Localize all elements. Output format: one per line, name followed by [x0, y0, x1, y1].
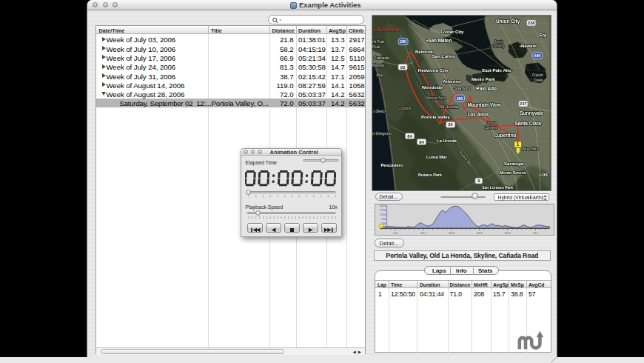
- svg-text:59.0: 59.0: [504, 230, 511, 234]
- svg-text:Loma Mar: Loma Mar: [426, 155, 447, 159]
- svg-text:45.9: 45.9: [477, 230, 483, 234]
- svg-text:Creek: Creek: [533, 79, 543, 82]
- svg-text:680: 680: [534, 53, 540, 58]
- svg-text:Fre: Fre: [539, 33, 546, 38]
- svg-text:6.6: 6.6: [393, 230, 398, 234]
- svg-text:237: 237: [519, 101, 527, 106]
- svg-text:Atherton: Atherton: [443, 79, 461, 84]
- svg-text:Butano Park: Butano Park: [417, 173, 442, 177]
- svg-text:Jarvis: Jarvis: [494, 40, 503, 44]
- svg-text:280: 280: [456, 96, 463, 101]
- svg-text:Saratoga: Saratoga: [504, 161, 524, 166]
- svg-text:Peak: Peak: [372, 45, 380, 49]
- svg-text:Blue Hills: Blue Hills: [522, 147, 538, 151]
- svg-text:La Honda: La Honda: [436, 139, 457, 143]
- svg-text:1750: 1750: [379, 209, 385, 212]
- svg-text:Loyola: Loyola: [486, 121, 497, 125]
- svg-text:Sk Londa: Sk Londa: [440, 104, 458, 109]
- svg-text:Foster City: Foster City: [440, 30, 464, 34]
- svg-text:Stanford: Stanford: [454, 86, 470, 90]
- svg-text:Santa Clara: Santa Clara: [514, 121, 541, 126]
- svg-text:Sunnyvale: Sunnyvale: [520, 110, 544, 116]
- svg-text:Belmont: Belmont: [415, 50, 433, 54]
- svg-text:•San Mateo: •San Mateo: [426, 38, 452, 43]
- svg-text:Los: Los: [539, 172, 548, 177]
- svg-text:Cupertino: Cupertino: [494, 133, 516, 139]
- svg-text:Mountain View: Mountain View: [467, 102, 501, 107]
- svg-text:Union City: Union City: [496, 19, 520, 24]
- svg-text:1250: 1250: [379, 213, 385, 216]
- svg-text:Miramar: Miramar: [372, 64, 385, 67]
- svg-text:19.7: 19.7: [420, 230, 427, 234]
- svg-text:Coyote: Coyote: [531, 73, 543, 77]
- svg-text:Granada: Granada: [373, 56, 389, 60]
- svg-text:Morena Sem: Morena Sem: [425, 96, 445, 100]
- svg-text:rth Peak: rth Peak: [372, 40, 385, 44]
- svg-text:San Lorenzo Park: San Lorenzo Park: [482, 186, 513, 190]
- svg-text:35: 35: [448, 122, 453, 127]
- svg-text:32.8: 32.8: [449, 230, 455, 234]
- svg-text:Redwood City: Redwood City: [417, 67, 448, 73]
- svg-text:84: 84: [407, 134, 412, 139]
- svg-text:72.1: 72.1: [532, 230, 539, 234]
- svg-text:Palo Alto: Palo Alto: [476, 86, 497, 91]
- svg-text:Landing: Landing: [492, 44, 504, 48]
- svg-text:Woodside: Woodside: [421, 85, 443, 90]
- svg-text:Portola Valley: Portola Valley: [420, 115, 450, 119]
- svg-text:1: 1: [516, 142, 519, 147]
- svg-text:n Gregorio: n Gregorio: [372, 131, 392, 136]
- svg-text:280: 280: [400, 39, 406, 44]
- svg-text:•Newark: •Newark: [519, 44, 537, 48]
- svg-text:Bay: Bay: [376, 73, 383, 77]
- svg-text:84: 84: [419, 140, 424, 144]
- svg-text:238: 238: [527, 21, 535, 25]
- svg-text:San Carlos: San Carlos: [432, 54, 455, 59]
- svg-text:East Palo Alto: East Palo Alto: [482, 68, 511, 73]
- svg-text:s Beach: s Beach: [373, 110, 386, 113]
- svg-text:Corners: Corners: [484, 126, 497, 130]
- svg-text:Menlo Park: Menlo Park: [471, 77, 494, 81]
- svg-text:750: 750: [380, 218, 385, 221]
- svg-text:Monte Sereno: Monte Sereno: [500, 170, 527, 175]
- svg-text:Los Altos: Los Altos: [467, 112, 489, 117]
- svg-text:92: 92: [400, 65, 405, 70]
- svg-text:Lobitos: Lobitos: [399, 107, 411, 110]
- svg-text:2050: 2050: [379, 204, 385, 207]
- svg-text:LIFORNIA: LIFORNIA: [373, 26, 400, 33]
- svg-text:Pescadero: Pescadero: [380, 163, 403, 167]
